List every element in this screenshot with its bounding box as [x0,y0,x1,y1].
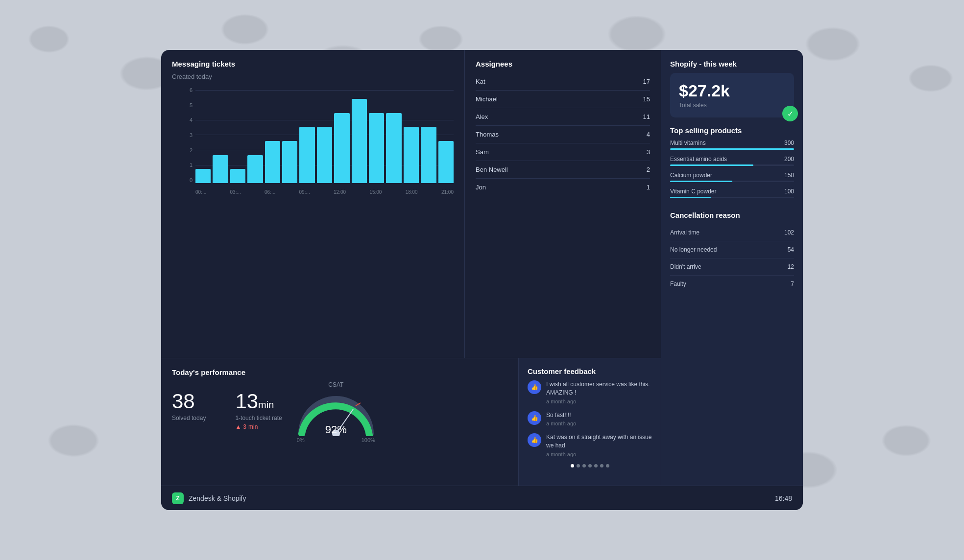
product-header: Essential amino acids 200 [670,156,794,163]
cancellation-title: Cancellation reason [670,211,794,219]
bar [299,127,314,183]
bar [195,169,211,183]
product-row: Vitamin C powder 100 [670,188,794,198]
messaging-title: Messaging tickets [172,60,454,68]
bar [334,113,349,183]
csat-area: CSAT [297,381,375,443]
product-bar-bg [670,164,794,166]
assignee-count: 3 [647,148,650,156]
assignee-row: Ben Newell2 [476,161,650,179]
bar [386,113,401,183]
product-bar-bg [670,197,794,198]
product-bar-fill [670,148,794,150]
perf-metrics: 38 Solved today 13min 1-touch ticket rat… [172,381,282,438]
x-label-03: 03:... [230,189,241,195]
top-section: Messaging tickets Created today 6 5 [161,50,661,358]
assignee-row: Alex11 [476,108,650,126]
right-panel: Shopify - this week $27.2k Total sales ✓… [661,50,803,486]
bar [404,127,419,183]
bar-wrapper [438,141,454,183]
feedback-text: So fast!!!! [546,411,576,420]
touch-value: 13min [235,391,282,412]
y-label-4: 4 [184,117,193,123]
footer: Z Zendesk & Shopify 16:48 [161,486,803,510]
products-list: Multi vitamins 300 Essential amino acids… [670,140,794,204]
dot-5[interactable] [594,464,598,467]
shopify-title: Shopify - this week [670,60,794,68]
product-row: Essential amino acids 200 [670,156,794,166]
dot-7[interactable] [606,464,609,467]
shopify-card: $27.2k Total sales ✓ [670,73,794,117]
bar-wrapper [213,155,228,183]
bar-wrapper [265,141,280,183]
left-panel: Messaging tickets Created today 6 5 [161,50,661,486]
top-selling-title: Top selling products [670,126,794,135]
assignee-count: 11 [643,113,650,120]
touch-number: 13 [235,390,258,413]
messaging-tickets-panel: Messaging tickets Created today 6 5 [161,50,465,358]
solved-metric: 38 Solved today [172,391,206,430]
main-content: Messaging tickets Created today 6 5 [161,50,803,486]
assignee-name: Jon [476,184,486,191]
dot-6[interactable] [600,464,603,467]
product-bar-fill [670,164,753,166]
bar-wrapper [299,127,314,183]
cancel-label: Faulty [670,280,686,287]
dot-1[interactable] [571,464,574,467]
touch-delta: ▲ 3min [235,423,282,430]
feedback-content: So fast!!!! a month ago [546,411,576,427]
x-label-06: 06:... [265,189,275,195]
bar-wrapper [386,113,401,183]
dot-3[interactable] [582,464,586,467]
assignee-count: 4 [647,131,650,138]
bar-wrapper [317,127,332,183]
bar [247,155,263,183]
product-name: Vitamin C powder [670,188,717,195]
assignee-name: Michael [476,95,498,103]
bottom-section: Today's performance 38 Solved today [161,358,661,486]
product-name: Essential amino acids [670,156,727,163]
feedback-thumb: 👍 [528,411,541,425]
product-row: Calcium powder 150 [670,172,794,182]
feedback-dots [528,464,652,467]
cancel-label: Arrival time [670,229,699,236]
bar [230,169,245,183]
dot-4[interactable] [588,464,592,467]
gauge-min: 0% [297,437,305,443]
feedback-content: I wish all customer service was like thi… [546,380,652,404]
shopify-amount: $27.2k [679,82,785,100]
footer-brand-text: Zendesk & Shopify [189,494,246,502]
cancel-label: No longer needed [670,246,717,253]
bar-wrapper [352,99,367,183]
feedback-item: 👍 So fast!!!! a month ago [528,411,652,427]
bar [317,127,332,183]
feedback-thumb: 👍 [528,380,541,394]
bar [352,99,367,183]
product-name: Multi vitamins [670,140,706,146]
product-bar-fill [670,197,711,198]
cancel-count: 7 [791,280,794,287]
delta-value: 3 [243,423,246,430]
cancel-label: Didn't arrive [670,263,701,270]
cancel-count: 54 [788,246,794,253]
feedback-text: I wish all customer service was like thi… [546,380,652,397]
bar [265,141,280,183]
assignees-list: Kat17Michael15Alex11Thomas4Sam3Ben Newel… [476,73,650,196]
feedback-title: Customer feedback [528,367,652,375]
dot-2[interactable] [577,464,580,467]
assignee-name: Kat [476,78,485,85]
perf-csat-row: 38 Solved today 13min 1-touch ticket rat… [172,381,507,443]
feedback-item: 👍 I wish all customer service was like t… [528,380,652,404]
footer-time: 16:48 [775,494,792,502]
cancel-count: 12 [788,263,794,270]
cancellations-list: Arrival time 102 No longer needed 54 Did… [670,224,794,292]
product-bar-bg [670,181,794,182]
messaging-subtitle: Created today [172,73,454,80]
gauge-labels: 0% 100% [297,437,375,443]
assignee-count: 15 [643,95,650,103]
footer-logo: Z [172,492,184,504]
assignee-row: Kat17 [476,73,650,91]
assignee-count: 1 [647,184,650,191]
touch-unit: min [258,399,274,410]
product-header: Multi vitamins 300 [670,140,794,146]
